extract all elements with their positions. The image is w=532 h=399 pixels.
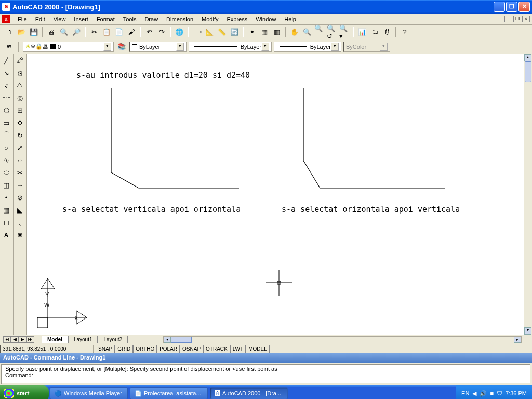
clock[interactable]: 7:36 PM — [506, 390, 527, 396]
taskbar-item-word[interactable]: 📄Proiectarea_asistata... — [130, 387, 208, 399]
layer-dropdown[interactable]: ☀❄🔒🖶 0 ▾ — [23, 42, 114, 52]
ucs-button[interactable]: 📐 — [204, 26, 215, 38]
menu-help[interactable]: Help — [280, 15, 300, 23]
scroll-down-button[interactable]: ▾ — [524, 327, 531, 335]
next-tab-button[interactable]: ▶ — [19, 336, 26, 343]
dcenter-button[interactable]: 🗂 — [369, 26, 380, 38]
cut-button[interactable]: ✂ — [88, 26, 100, 38]
toolbar-button[interactable]: ▥ — [271, 26, 283, 38]
menu-modify[interactable]: Modify — [197, 15, 222, 23]
menu-window[interactable]: Window — [251, 15, 280, 23]
taskbar-item-wmp[interactable]: 🔵Windows Media Player — [50, 387, 128, 399]
text-tool[interactable]: A — [0, 229, 12, 241]
close-button[interactable]: ✕ — [518, 2, 530, 12]
mirror-tool[interactable]: ⧋ — [14, 79, 26, 91]
color-dropdown[interactable]: ByLayer ▾ — [129, 42, 187, 52]
rotate-tool[interactable]: ↻ — [14, 129, 26, 141]
arc-tool[interactable]: ⌒ — [0, 129, 12, 141]
trim-tool[interactable]: ✂ — [14, 166, 26, 179]
first-tab-button[interactable]: ⏮ — [3, 336, 11, 343]
status-snap[interactable]: SNAP — [96, 345, 115, 353]
horizontal-scrollbar[interactable]: ◂ ▸ — [163, 336, 522, 343]
tray-icon[interactable]: 🛡 — [497, 390, 502, 396]
block-tool[interactable]: ◫ — [0, 179, 12, 191]
scale-tool[interactable]: ⤢ — [14, 141, 26, 154]
drawing-canvas[interactable]: s-au introdus valorile d1=20 si d2=40 s-… — [27, 54, 524, 335]
copy-button[interactable]: 📋 — [101, 26, 112, 38]
mdi-restore-button[interactable]: ❐ — [513, 16, 521, 22]
prev-tab-button[interactable]: ◀ — [11, 336, 19, 343]
make-layer-button[interactable]: ≋ — [3, 41, 15, 52]
pan-button[interactable]: ✋ — [289, 26, 300, 38]
matchprop-button[interactable]: 🖌 — [126, 26, 137, 38]
menu-draw[interactable]: Draw — [140, 15, 162, 23]
tab-layout1[interactable]: Layout1 — [68, 336, 98, 343]
menu-express[interactable]: Express — [222, 15, 251, 23]
linetype-dropdown[interactable]: ByLayer ▾ — [189, 42, 272, 52]
array-tool[interactable]: ⊞ — [14, 104, 26, 116]
last-tab-button[interactable]: ⏭ — [26, 336, 34, 343]
region-tool[interactable]: ◻ — [0, 216, 12, 229]
status-ortho[interactable]: ORTHO — [133, 345, 157, 353]
copy-tool[interactable]: ⎘ — [14, 66, 26, 79]
menu-edit[interactable]: Edit — [31, 15, 49, 23]
polygon-tool[interactable]: ⬠ — [0, 104, 12, 116]
menu-format[interactable]: Format — [92, 15, 119, 23]
lineweight-dropdown[interactable]: ByLayer ▾ — [274, 42, 341, 52]
status-lwt[interactable]: LWT — [230, 345, 246, 353]
menu-insert[interactable]: Insert — [70, 15, 92, 23]
new-button[interactable]: 🗋 — [3, 26, 15, 38]
dist-button[interactable]: 📏 — [216, 26, 228, 38]
taskbar-item-autocad[interactable]: 🅰AutoCAD 2000 - [Dra... — [210, 387, 288, 399]
scroll-left-button[interactable]: ◂ — [164, 337, 171, 343]
explode-tool[interactable]: ✸ — [14, 229, 26, 241]
scroll-thumb[interactable] — [171, 337, 192, 343]
offset-tool[interactable]: ◎ — [14, 91, 26, 104]
circle-tool[interactable]: ○ — [0, 141, 12, 154]
tray-icon[interactable]: ■ — [490, 390, 494, 396]
status-model[interactable]: MODEL — [246, 345, 270, 353]
redraw-button[interactable]: 🔄 — [229, 26, 240, 38]
lang-indicator[interactable]: EN — [461, 390, 469, 396]
extend-tool[interactable]: → — [14, 179, 26, 191]
xline-tool[interactable]: ↘ — [0, 66, 12, 79]
stretch-tool[interactable]: ↔ — [14, 154, 26, 166]
layers-button[interactable]: 📚 — [116, 41, 127, 52]
hatch-tool[interactable]: ▦ — [0, 204, 12, 216]
hyperlink-button[interactable]: 🌐 — [174, 26, 185, 38]
paste-button[interactable]: 📄 — [113, 26, 125, 38]
command-line[interactable]: Specify base point or displacement, or [… — [1, 364, 531, 384]
tray-icon[interactable]: 🔊 — [480, 390, 487, 397]
print-button[interactable]: 🖨 — [46, 26, 57, 38]
ellipse-tool[interactable]: ⬭ — [0, 166, 12, 179]
namedviews-button[interactable]: ▦ — [259, 26, 270, 38]
menu-file[interactable]: File — [14, 15, 31, 23]
pline-tool[interactable]: 〰 — [0, 91, 12, 104]
tab-model[interactable]: Model — [42, 336, 68, 343]
break-tool[interactable]: ⊘ — [14, 191, 26, 204]
properties-button[interactable]: 📊 — [356, 26, 368, 38]
preview-button[interactable]: 🔍 — [58, 26, 70, 38]
status-osnap[interactable]: OSNAP — [180, 345, 203, 353]
menu-tools[interactable]: Tools — [119, 15, 141, 23]
menu-view[interactable]: View — [49, 15, 70, 23]
start-button[interactable]: start — [0, 385, 49, 399]
fillet-tool[interactable]: ◟ — [14, 216, 26, 229]
mdi-close-button[interactable]: × — [522, 16, 530, 22]
menu-dimension[interactable]: Dimension — [162, 15, 197, 23]
status-otrack[interactable]: OTRACK — [203, 345, 230, 353]
scroll-up-button[interactable]: ▴ — [524, 54, 531, 61]
dbconnect-button[interactable]: 🛢 — [381, 26, 393, 38]
chamfer-tool[interactable]: ◣ — [14, 204, 26, 216]
line-tool[interactable]: ╱ — [0, 54, 12, 66]
mdi-minimize-button[interactable]: _ — [504, 16, 512, 22]
rectangle-tool[interactable]: ▭ — [0, 116, 12, 129]
undo-button[interactable]: ↶ — [143, 26, 155, 38]
point-tool[interactable]: • — [0, 191, 12, 204]
zoom-button[interactable]: 🔍▾ — [339, 26, 350, 38]
maximize-button[interactable]: ❐ — [506, 2, 517, 12]
scroll-thumb[interactable] — [525, 61, 531, 82]
erase-tool[interactable]: 🖉 — [14, 54, 26, 66]
scroll-right-button[interactable]: ▸ — [514, 337, 521, 343]
tab-layout2[interactable]: Layout2 — [98, 336, 128, 343]
